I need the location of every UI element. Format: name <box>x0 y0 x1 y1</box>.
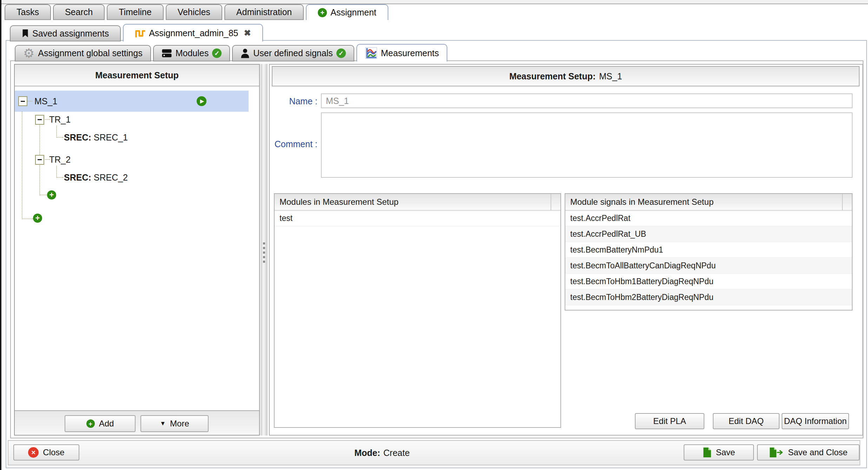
tree-node-label: SREC_1 <box>94 132 128 142</box>
tree-connector <box>56 137 63 138</box>
mode-value: Create <box>383 448 410 458</box>
tree-node-ms1[interactable]: MS_1 ▶ <box>15 91 249 112</box>
plus-circle-icon: + <box>86 419 95 428</box>
splitter-grip-dot <box>263 261 265 263</box>
edit-pla-button[interactable]: Edit PLA <box>635 413 704 429</box>
tab-label: Modules <box>176 48 209 58</box>
splitter-grip-dot <box>263 256 265 258</box>
save-and-close-icon <box>769 447 784 458</box>
tab-modules[interactable]: Modules ✓ <box>153 45 230 61</box>
tree-node-label: TR_1 <box>49 115 71 125</box>
more-button[interactable]: ▼ More <box>140 415 209 432</box>
tree-node-srec2[interactable]: SREC: SREC_2 <box>64 172 128 183</box>
measurement-setup-details-panel: Measurement Setup: MS_1 Name : Comment :… <box>269 64 863 436</box>
details-header-prefix: Measurement Setup: <box>509 71 596 81</box>
comment-textarea[interactable] <box>321 112 853 178</box>
check-badge-icon: ✓ <box>336 48 346 58</box>
user-icon <box>241 48 250 58</box>
tab-search[interactable]: Search <box>53 4 105 20</box>
signal-list-item[interactable]: test.BecmBatteryNmPdu1 <box>565 242 852 258</box>
main-tab-bar: Tasks Search Timeline Vehicles Administr… <box>5 4 388 20</box>
collapse-box-icon[interactable] <box>35 155 44 165</box>
tree-footer-bar: + Add ▼ More <box>15 410 259 435</box>
close-tab-icon[interactable]: ✖ <box>244 28 251 38</box>
signal-list-item[interactable]: test.BecmToAllBatteryCanDiagReqNPdu <box>565 258 852 274</box>
tab-vehicles[interactable]: Vehicles <box>166 4 222 20</box>
tab-label: Tasks <box>17 7 39 17</box>
splitter-grip-dot <box>263 242 265 244</box>
edit-daq-label: Edit DAQ <box>729 416 764 426</box>
assignment-doc-tab-bar: Saved assignments Assignment_admin_85 ✖ <box>10 24 263 41</box>
save-and-close-button[interactable]: Save and Close <box>757 444 860 461</box>
tree-node-label: MS_1 <box>34 96 57 106</box>
close-button[interactable]: ✕ Close <box>13 444 79 461</box>
tree-node-label: SREC_2 <box>94 172 128 182</box>
close-button-label: Close <box>43 448 64 457</box>
collapse-box-icon[interactable] <box>35 115 44 125</box>
tab-assignment[interactable]: + Assignment <box>306 4 388 20</box>
srec-prefix: SREC: <box>64 172 91 182</box>
signals-list: Module signals in Measurement Setup test… <box>565 193 853 311</box>
daq-information-button[interactable]: DAQ Information <box>782 413 849 429</box>
tab-label: Saved assignments <box>32 28 109 39</box>
chart-icon <box>365 47 377 59</box>
tab-user-defined-signals[interactable]: User defined signals ✓ <box>232 45 354 61</box>
assignment-sub-tab-bar: ⚙ Assignment global settings Modules ✓ U… <box>15 44 447 61</box>
plus-circle-icon: + <box>318 8 327 17</box>
tree-node-tr1[interactable]: TR_1 <box>35 115 71 125</box>
modules-list-body: test <box>275 210 560 226</box>
bookmark-icon <box>22 29 29 38</box>
tab-saved-assignments[interactable]: Saved assignments <box>10 25 121 41</box>
signal-list-item[interactable]: test.BecmToHbm1BatteryDiagReqNPdu <box>565 274 852 289</box>
mode-status: Mode: Create <box>354 441 410 465</box>
signal-list-item[interactable]: test.AccrPedlRat <box>565 210 852 226</box>
signals-list-body: test.AccrPedlRattest.AccrPedlRat_UBtest.… <box>565 210 852 305</box>
save-button[interactable]: Save <box>684 444 754 461</box>
save-and-close-label: Save and Close <box>788 448 847 457</box>
measurements-panel: Measurement Setup MS_1 ▶ <box>10 60 863 438</box>
signal-list-item[interactable]: test.AccrPedlRat_UB <box>565 226 852 242</box>
tab-label: Administration <box>236 7 292 17</box>
close-circle-icon: ✕ <box>28 447 39 458</box>
modules-icon <box>162 48 172 58</box>
tab-measurements[interactable]: Measurements <box>356 44 447 61</box>
window-left-edge <box>0 0 1 470</box>
add-button-label: Add <box>99 419 114 429</box>
name-input[interactable] <box>321 93 853 108</box>
add-transfer-icon[interactable]: + <box>47 190 56 200</box>
bottom-action-bar: ✕ Close Mode: Create Save Save and Close <box>8 440 860 465</box>
more-button-label: More <box>170 419 189 429</box>
tree-panel-title-text: Measurement Setup <box>95 70 179 80</box>
play-icon[interactable]: ▶ <box>197 96 206 106</box>
comment-label: Comment : <box>270 139 317 149</box>
daq-information-label: DAQ Information <box>784 416 847 426</box>
add-button[interactable]: + Add <box>65 415 136 432</box>
mode-label: Mode: <box>354 448 380 458</box>
tab-timeline[interactable]: Timeline <box>107 4 164 20</box>
modules-list-header-text: Modules in Measurement Setup <box>280 197 399 207</box>
details-header-value: MS_1 <box>599 71 622 81</box>
signals-list-header-text: Module signals in Measurement Setup <box>570 197 714 207</box>
tab-label: Assignment_admin_85 <box>149 28 238 38</box>
gear-icon: ⚙ <box>23 47 34 60</box>
add-measurement-setup-icon[interactable]: + <box>33 214 42 223</box>
collapse-box-icon[interactable] <box>18 96 27 106</box>
tab-tasks[interactable]: Tasks <box>5 4 51 20</box>
tree-connector <box>39 195 48 195</box>
edit-daq-button[interactable]: Edit DAQ <box>713 413 780 429</box>
modules-list-header: Modules in Measurement Setup <box>275 194 560 210</box>
tab-assignment-admin-85[interactable]: Assignment_admin_85 ✖ <box>123 24 263 41</box>
tree-panel-title: Measurement Setup <box>15 65 259 86</box>
signal-list-item[interactable]: test.BecmToHbm2BatteryDiagReqNPdu <box>565 289 852 305</box>
tree-node-label: TR_2 <box>49 155 71 165</box>
tree-node-srec1[interactable]: SREC: SREC_1 <box>64 132 128 143</box>
tab-assignment-global-settings[interactable]: ⚙ Assignment global settings <box>15 45 151 61</box>
tab-label: Assignment global settings <box>38 48 142 58</box>
tree-connector <box>22 218 33 219</box>
module-list-item[interactable]: test <box>275 210 560 226</box>
tab-administration[interactable]: Administration <box>224 4 304 20</box>
tree-node-tr2[interactable]: TR_2 <box>35 155 71 165</box>
panel-splitter[interactable] <box>261 64 268 436</box>
tree-connector <box>22 112 22 219</box>
signals-list-header: Module signals in Measurement Setup <box>565 194 852 210</box>
